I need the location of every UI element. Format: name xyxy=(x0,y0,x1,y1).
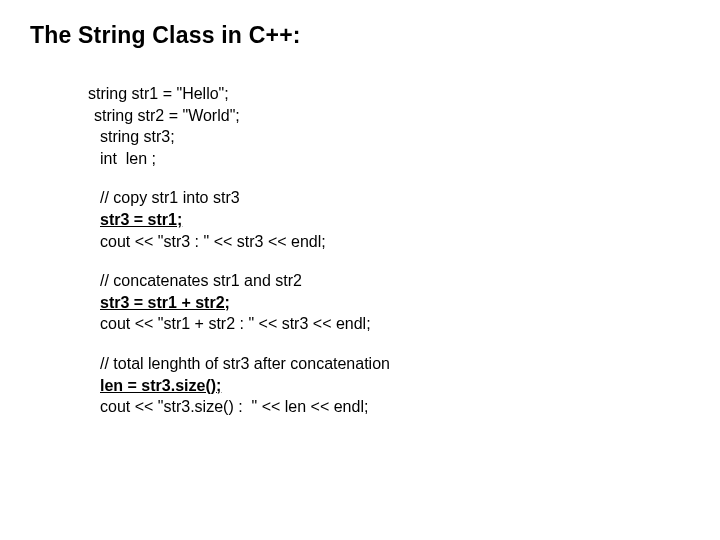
code-emphasis: str3 = str1 + str2; xyxy=(88,292,690,314)
slide-title: The String Class in C++: xyxy=(30,22,690,49)
code-line: string str3; xyxy=(88,126,690,148)
code-block: string str1 = "Hello"; string str2 = "Wo… xyxy=(88,83,690,418)
code-line: string str1 = "Hello"; xyxy=(88,83,690,105)
code-emphasis: len = str3.size(); xyxy=(88,375,690,397)
spacer xyxy=(88,335,690,353)
spacer xyxy=(88,169,690,187)
code-line: int len ; xyxy=(88,148,690,170)
code-line: cout << "str3.size() : " << len << endl; xyxy=(88,396,690,418)
code-line: cout << "str1 + str2 : " << str3 << endl… xyxy=(88,313,690,335)
code-comment: // concatenates str1 and str2 xyxy=(88,270,690,292)
code-comment: // copy str1 into str3 xyxy=(88,187,690,209)
code-line: cout << "str3 : " << str3 << endl; xyxy=(88,231,690,253)
spacer xyxy=(88,252,690,270)
code-line: string str2 = "World"; xyxy=(88,105,690,127)
slide: The String Class in C++: string str1 = "… xyxy=(0,0,720,418)
code-emphasis: str3 = str1; xyxy=(88,209,690,231)
code-comment: // total lenghth of str3 after concatena… xyxy=(88,353,690,375)
